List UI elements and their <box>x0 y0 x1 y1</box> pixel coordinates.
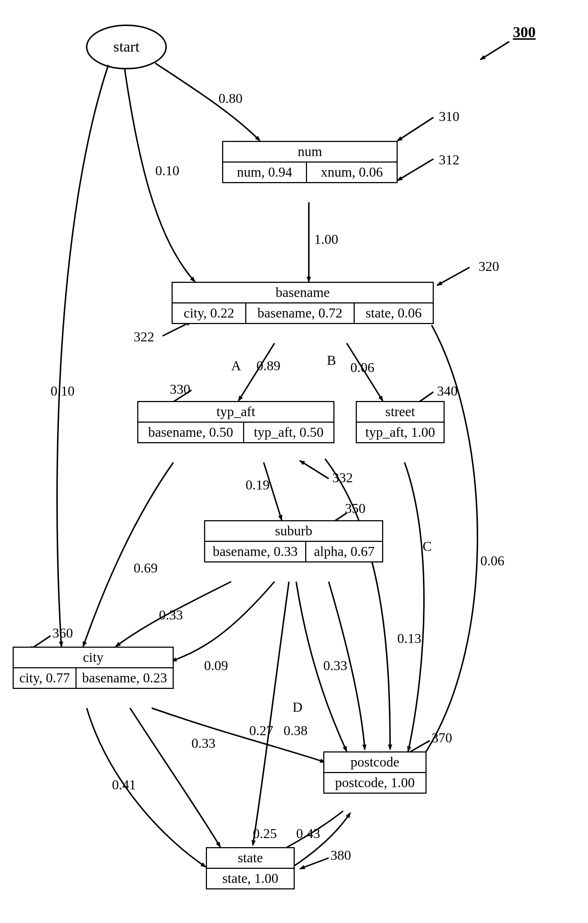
node-postcode: postcode postcode, 1.00 <box>323 751 427 794</box>
node-suburb-cell-1: alpha, 0.67 <box>305 542 382 562</box>
node-num-cell-0: num, 0.94 <box>223 163 306 182</box>
edges-canvas <box>0 0 588 923</box>
node-typaft: typ_aft basename, 0.50 typ_aft, 0.50 <box>137 401 335 443</box>
node-typaft-cell-1: typ_aft, 0.50 <box>243 423 333 442</box>
ref-322: 322 <box>134 329 154 345</box>
edge-city-postcode: 0.38 <box>284 723 308 738</box>
node-suburb-title: suburb <box>205 521 382 542</box>
svg-line-5 <box>437 267 470 286</box>
node-street: street typ_aft, 1.00 <box>356 401 445 443</box>
node-suburb: suburb basename, 0.33 alpha, 0.67 <box>204 520 383 562</box>
letter-B: B <box>327 352 336 368</box>
ref-340: 340 <box>437 383 458 399</box>
node-street-cell-0: typ_aft, 1.00 <box>357 423 443 442</box>
ref-370: 370 <box>432 730 452 746</box>
node-typaft-cell-0: basename, 0.50 <box>138 423 243 442</box>
svg-line-12 <box>264 462 282 520</box>
letter-A: A <box>231 358 241 374</box>
edge-num-basename: 1.00 <box>314 231 338 247</box>
svg-line-8 <box>347 343 383 401</box>
ref-332: 332 <box>332 470 353 486</box>
letter-D: D <box>292 699 302 715</box>
edge-typaft-postcode: 0.13 <box>397 631 422 646</box>
edge-city-state-a: 0.33 <box>191 735 216 751</box>
ref-320: 320 <box>478 258 499 274</box>
node-basename-cell-1: basename, 0.72 <box>245 304 353 323</box>
ref-350: 350 <box>345 500 366 516</box>
edge-suburb-city-b: 0.09 <box>204 657 228 673</box>
node-basename-cell-0: city, 0.22 <box>172 304 245 323</box>
node-state-cell-0: state, 1.00 <box>207 869 294 889</box>
svg-line-16 <box>300 858 328 869</box>
node-city-title: city <box>14 648 172 668</box>
svg-point-0 <box>87 25 166 69</box>
ref-360: 360 <box>53 625 73 641</box>
ref-312: 312 <box>439 152 460 168</box>
edge-start-num: 0.80 <box>218 90 243 106</box>
node-typaft-title: typ_aft <box>138 402 333 423</box>
node-basename-cell-2: state, 0.06 <box>353 304 433 323</box>
node-postcode-cell-0: postcode, 1.00 <box>324 773 425 793</box>
edge-basename-street: 0.06 <box>350 360 374 375</box>
edge-state-postcode: 0.43 <box>296 826 320 841</box>
svg-line-3 <box>397 117 434 141</box>
svg-line-7 <box>238 343 274 401</box>
node-start-label: start <box>108 38 145 55</box>
svg-line-11 <box>300 461 328 479</box>
node-postcode-title: postcode <box>324 752 425 773</box>
node-city-cell-1: basename, 0.23 <box>76 668 172 688</box>
node-basename-title: basename <box>172 283 433 304</box>
edge-basename-typaft: 0.89 <box>256 358 281 374</box>
svg-line-1 <box>480 41 509 60</box>
edge-basename-postcode: 0.06 <box>480 553 504 568</box>
node-suburb-cell-0: basename, 0.33 <box>205 542 305 562</box>
letter-C: C <box>422 538 432 554</box>
edge-suburb-city-a: 0.33 <box>159 607 183 623</box>
edge-suburb-postcode: 0.33 <box>323 657 347 673</box>
svg-line-4 <box>397 159 434 181</box>
edge-start-city: 0.10 <box>51 383 75 399</box>
edge-start-basename: 0.10 <box>155 163 179 179</box>
edge-typaft-suburb: 0.19 <box>246 477 270 493</box>
node-basename: basename city, 0.22 basename, 0.72 state… <box>172 282 434 324</box>
node-num: num num, 0.94 xnum, 0.06 <box>222 141 397 183</box>
node-city-cell-0: city, 0.77 <box>14 668 76 688</box>
edge-city-state-b: 0.41 <box>112 777 136 793</box>
figure-ref-300: 300 <box>513 23 535 41</box>
ref-330: 330 <box>170 381 191 397</box>
node-state-title: state <box>207 848 294 869</box>
ref-380: 380 <box>330 847 351 863</box>
edge-typaft-city: 0.69 <box>134 560 158 576</box>
edge-suburb-state: 0.27 <box>249 723 273 738</box>
edge-postcode-state: 0.25 <box>253 826 277 841</box>
node-num-cell-1: xnum, 0.06 <box>306 163 397 182</box>
node-street-title: street <box>357 402 443 423</box>
diagram-stage: start 300 num num, 0.94 xnum, 0.06 basen… <box>0 0 588 923</box>
node-state: state state, 1.00 <box>206 847 295 889</box>
node-city: city city, 0.77 basename, 0.23 <box>13 647 174 689</box>
ref-310: 310 <box>439 108 460 124</box>
node-num-title: num <box>223 142 397 163</box>
